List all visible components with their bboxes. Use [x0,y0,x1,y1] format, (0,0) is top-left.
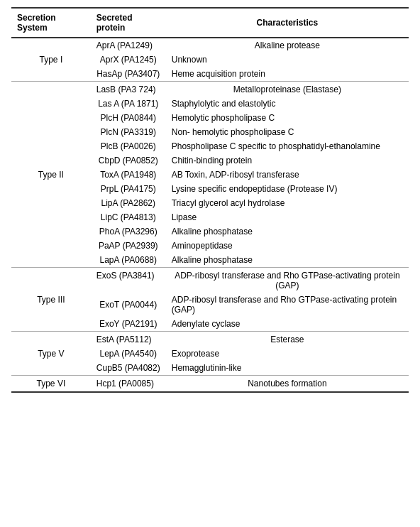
characteristics-label: Exoprotease [166,347,409,361]
characteristics-label: Phospholipase C specific to phosphatidyl… [166,139,409,153]
system-label: Type VI [11,376,91,393]
characteristics-label: Adenylate cyclase [166,317,409,332]
protein-label: PlcH (PA0844) [91,111,166,125]
characteristics-label: Alkaline phosphatase [166,224,409,239]
characteristics-label: Hemolytic phospholipase C [166,111,409,125]
system-label: Type III [11,268,91,332]
col-header-protein: Secreted protein [91,8,166,38]
protein-label: PhoA (PA3296) [91,224,166,239]
characteristics-label: Chitin-binding protein [166,153,409,168]
system-label: Type V [11,332,91,376]
system-label: Type I [11,38,91,82]
characteristics-label: Nanotubes formation [166,376,409,393]
characteristics-label: Metalloproteinase (Elastase) [166,82,409,97]
table-row: Type IILasB (PA3 724)Metalloproteinase (… [11,82,409,97]
protein-label: CbpD (PA0852) [91,153,166,168]
characteristics-label: Lysine specific endopeptidase (Protease … [166,182,409,196]
protein-label: LipC (PA4813) [91,210,166,224]
protein-label: HasAp (PA3407) [91,67,166,82]
characteristics-label: Staphylolytic and elastolytic [166,97,409,111]
protein-label: LepA (PA4540) [91,347,166,361]
characteristics-label: Aminopeptidase [166,239,409,253]
characteristics-label: Heme acquisition protein [166,67,409,82]
protein-label: PlcN (PA3319) [91,125,166,139]
characteristics-label: Alkaline phosphatase [166,253,409,268]
protein-label: AprX (PA1245) [91,53,166,67]
protein-label: Hcp1 (PA0085) [91,376,166,393]
table-row: Type IIIExoS (PA3841)ADP-ribosyl transfe… [11,268,409,293]
characteristics-label: Non- hemolytic phospholipase C [166,125,409,139]
protein-label: ExoT (PA0044) [91,293,166,317]
characteristics-label: AB Toxin, ADP-ribosyl transferase [166,168,409,182]
characteristics-label: ADP-ribosyl transferase and Rho GTPase-a… [166,268,409,293]
protein-label: LipA (PA2862) [91,196,166,210]
characteristics-label: Alkaline protease [166,38,409,53]
col-header-characteristics: Characteristics [166,8,409,38]
table-row: Type VEstA (PA5112)Esterase [11,332,409,347]
protein-label: LapA (PA0688) [91,253,166,268]
table-row: Type IAprA (PA1249)Alkaline protease [11,38,409,53]
characteristics-label: Unknown [166,53,409,67]
protein-label: ExoY (PA2191) [91,317,166,332]
col-header-system: Secretion System [11,8,91,38]
characteristics-label: Lipase [166,210,409,224]
secretion-systems-table: Secretion System Secreted protein Charac… [11,7,409,393]
protein-label: PrpL (PA4175) [91,182,166,196]
protein-label: ExoS (PA3841) [91,268,166,293]
protein-label: EstA (PA5112) [91,332,166,347]
protein-label: AprA (PA1249) [91,38,166,53]
characteristics-label: Triacyl glycerol acyl hydrolase [166,196,409,210]
table-row: Type VIHcp1 (PA0085)Nanotubes formation [11,376,409,393]
characteristics-label: Esterase [166,332,409,347]
protein-label: PaAP (PA2939) [91,239,166,253]
system-label: Type II [11,82,91,268]
protein-label: CupB5 (PA4082) [91,361,166,376]
protein-label: LasB (PA3 724) [91,82,166,97]
protein-label: ToxA (PA1948) [91,168,166,182]
characteristics-label: Hemagglutinin-like [166,361,409,376]
characteristics-label: ADP-ribosyl transferase and Rho GTPase-a… [166,293,409,317]
protein-label: Las A (PA 1871) [91,97,166,111]
protein-label: PlcB (PA0026) [91,139,166,153]
